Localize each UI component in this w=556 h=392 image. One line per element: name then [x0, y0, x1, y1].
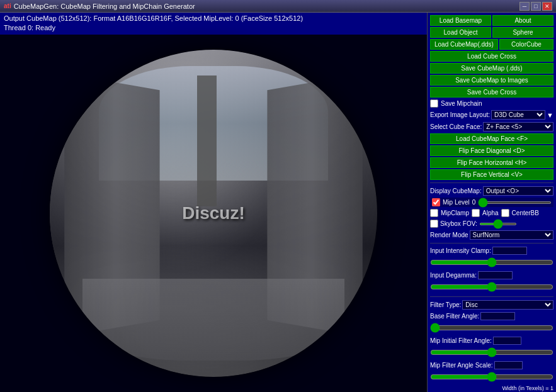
divider-3 — [430, 296, 553, 297]
mip-level-slider[interactable] — [478, 201, 552, 204]
flip-face-vertical-button[interactable]: Flip Face Vertical <V> — [430, 169, 553, 180]
load-basemap-button[interactable]: Load Basemap — [430, 15, 491, 26]
main-container: Output CubeMap (512x512): Format A16B16G… — [0, 13, 556, 392]
mipclamp-label: MipClamp — [441, 210, 469, 216]
title-bar-text: ati CubeMapGen: CubeMap Filtering and Mi… — [4, 3, 195, 10]
mip-filter-scale-row: Mip Filter Angle Scale: — [430, 361, 553, 369]
app-title: CubeMapGen: CubeMap Filtering and MipCha… — [14, 3, 195, 10]
about-button[interactable]: About — [492, 15, 553, 26]
filter-type-select[interactable]: Disc — [462, 300, 553, 310]
display-cubemap-label: Display CubeMap: — [430, 188, 482, 194]
load-cubemap-face-button[interactable]: Load CubeMap Face <F> — [430, 133, 553, 144]
mip-level-row: Mip Level 0 — [430, 198, 553, 207]
save-cube-cross-button[interactable]: Save Cube Cross — [430, 87, 553, 98]
mip-level-label: Mip Level — [443, 199, 470, 206]
fov-slider[interactable] — [479, 223, 517, 225]
save-cubemap-images-button[interactable]: Save CubeMap to Images — [430, 75, 553, 86]
mipclamp-alpha-centerbb-row: MipClamp Alpha CenterBB — [430, 209, 553, 217]
input-degamma-row: Input Degamma: — [430, 271, 553, 279]
flip-face-horizontal-button[interactable]: Flip Face Horizontal <H> — [430, 157, 553, 168]
load-object-button[interactable]: Load Object — [430, 27, 491, 38]
save-mipchain-label: Save Mipchain — [441, 100, 482, 107]
base-filter-angle-row: Base Filter Angle: — [430, 312, 553, 320]
tower — [197, 76, 217, 206]
input-intensity-slider[interactable] — [430, 257, 553, 267]
app-icon: ati — [4, 3, 11, 9]
base-filter-angle-label: Base Filter Angle: — [430, 313, 479, 320]
status-line-1: Output CubeMap (512x512): Format A16B16G… — [4, 14, 423, 23]
select-cube-face-select[interactable]: Z+ Face <5> — [483, 122, 553, 132]
mip-initial-filter-row: Mip Initial Filter Angle: — [430, 337, 553, 345]
skybox-fov-row: Skybox FOV: — [430, 220, 553, 228]
sphere-container: Discuz! — [50, 50, 377, 377]
base-filter-angle-field[interactable] — [480, 312, 515, 320]
load-cubemap-dds-button[interactable]: Load CubeMap(.dds) — [430, 39, 498, 50]
save-cubemap-dds-button[interactable]: Save CubeMap (.dds) — [430, 63, 553, 74]
render-mode-select[interactable]: SurfNorm — [470, 230, 553, 240]
mip-initial-filter-slider[interactable] — [430, 347, 553, 357]
row-load-cubemap-colorcube: Load CubeMap(.dds) ColorCube — [430, 39, 553, 50]
viewport: Output CubeMap (512x512): Format A16B16G… — [0, 13, 427, 392]
display-cubemap-select[interactable]: Output <O> — [483, 186, 553, 196]
divider-1 — [430, 182, 553, 183]
mip-filter-scale-label: Mip Filter Angle Scale: — [430, 362, 493, 369]
centerbb-checkbox[interactable] — [501, 209, 509, 217]
skybox-checkbox[interactable] — [430, 220, 438, 228]
alpha-label: Alpha — [482, 210, 499, 216]
mip-level-slider-container — [478, 201, 552, 204]
alpha-checkbox[interactable] — [472, 209, 480, 217]
minimize-button[interactable]: ─ — [519, 2, 530, 11]
canvas-area[interactable]: Discuz! — [0, 35, 427, 392]
mip-initial-filter-field[interactable] — [493, 337, 521, 345]
row-load-object-sphere: Load Object Sphere — [430, 27, 553, 38]
mipclamp-checkbox[interactable] — [430, 209, 438, 217]
color-cube-button[interactable]: ColorCube — [499, 39, 553, 50]
title-bar: ati CubeMapGen: CubeMap Filtering and Mi… — [0, 0, 556, 13]
mip-level-checkbox[interactable] — [432, 198, 440, 206]
sidebar: Load Basemap About Load Object Sphere Lo… — [427, 13, 556, 392]
export-layout-row: Export Image Layout: D3D Cube ▼ — [430, 110, 553, 120]
centerbb-label: CenterBB — [512, 210, 539, 216]
status-line-2: Thread 0: Ready — [4, 23, 423, 33]
status-bar: Output CubeMap (512x512): Format A16B16G… — [0, 13, 427, 35]
input-intensity-field[interactable] — [492, 247, 527, 255]
input-intensity-label: Input Intensity Clamp: — [430, 247, 491, 254]
export-layout-arrow: ▼ — [547, 111, 553, 119]
mip-filter-scale-field[interactable] — [494, 361, 523, 369]
select-cube-face-label: Select Cube Face: — [430, 123, 482, 130]
close-button[interactable]: ✕ — [542, 2, 552, 11]
render-mode-row: Render Mode SurfNorm — [430, 230, 553, 240]
sphere-display: Discuz! — [50, 50, 377, 377]
select-cube-face-row: Select Cube Face: Z+ Face <5> — [430, 122, 553, 132]
export-layout-label: Export Image Layout: — [430, 111, 490, 118]
mip-initial-filter-label: Mip Initial Filter Angle: — [430, 337, 492, 344]
fov-label: FOV: — [463, 220, 477, 227]
input-degamma-slider[interactable] — [430, 282, 553, 292]
sphere-inner: Discuz! — [50, 50, 377, 377]
load-cube-cross-button[interactable]: Load Cube Cross — [430, 51, 553, 62]
mip-level-value: 0 — [472, 199, 476, 206]
ground-area — [82, 279, 344, 361]
skybox-label: Skybox — [440, 220, 461, 227]
title-bar-controls: ─ □ ✕ — [519, 2, 552, 11]
input-degamma-label: Input Degamma: — [430, 272, 477, 279]
input-degamma-field[interactable] — [478, 271, 513, 279]
input-intensity-row: Input Intensity Clamp: — [430, 247, 553, 255]
width-texels-info: Width (in Texels) = 1 — [430, 385, 553, 391]
display-cubemap-row: Display CubeMap: Output <O> — [430, 186, 553, 196]
export-layout-select[interactable]: D3D Cube — [491, 110, 545, 120]
base-filter-angle-slider[interactable] — [430, 323, 553, 333]
save-mipchain-row: Save Mipchain — [430, 99, 553, 108]
divider-2 — [430, 243, 553, 244]
filter-type-label: Filter Type: — [430, 301, 461, 308]
save-mipchain-checkbox[interactable] — [430, 99, 438, 108]
filter-type-row: Filter Type: Disc — [430, 300, 553, 310]
flip-face-diagonal-button[interactable]: Flip Face Diagonal <D> — [430, 145, 553, 156]
render-mode-label: Render Mode — [430, 232, 468, 238]
row-load-basemap-about: Load Basemap About — [430, 15, 553, 26]
maximize-button[interactable]: □ — [531, 2, 541, 11]
sphere-button[interactable]: Sphere — [492, 27, 553, 38]
mip-filter-scale-slider[interactable] — [430, 372, 553, 382]
